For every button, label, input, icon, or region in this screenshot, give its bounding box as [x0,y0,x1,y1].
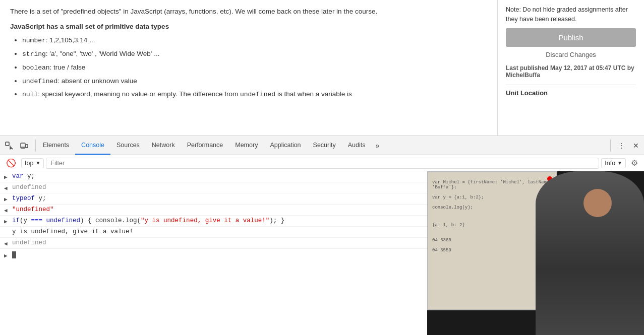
devtools-close-button[interactable]: ✕ [630,140,642,152]
tab-audits[interactable]: Audits [342,136,372,155]
list-item: null: special keyword, meaning no value … [22,89,487,100]
log-level-arrow: ▼ [617,160,622,166]
tab-memory[interactable]: Memory [229,136,264,155]
tab-sources[interactable]: Sources [110,136,146,155]
filter-input[interactable] [46,158,599,169]
list-item: undefined: absent or unknown value [22,76,487,87]
log-level-label: Info [605,160,615,167]
console-output-arrow: ◀ [4,240,12,247]
list-item: number: 1,2,105,3.14 ... [22,35,487,46]
console-row[interactable]: ▶ typeof y; [0,193,427,205]
person-head [583,189,612,217]
console-row[interactable]: ◀ "undefined" [0,205,427,216]
tab-application[interactable]: Application [264,136,307,155]
console-row[interactable]: ◀ undefined [0,182,427,193]
unit-location-label: Unit Location [506,85,636,97]
tab-performance[interactable]: Performance [181,136,229,155]
tab-console[interactable]: Console [75,136,110,155]
console-output-arrow: ◀ [4,207,12,214]
console-input-arrow: ▶ [4,196,12,203]
console-line: y is undefined, give it a value! [12,228,423,235]
console-line: undefined [12,184,423,191]
context-label: top [25,160,33,167]
console-input-row[interactable]: ▶ [0,249,427,261]
sidebar-panel: Note: Do not hide graded assignments aft… [498,0,644,136]
intro-text: There is a set of "predefined objects" i… [10,6,487,17]
console-cursor [12,251,16,258]
main-content-area: There is a set of "predefined objects" i… [0,0,498,136]
console-line: if(y === undefined) { console.log("y is … [12,217,423,224]
console-input-arrow: ▶ [4,218,12,225]
svg-rect-0 [6,142,9,146]
device-toolbar-button[interactable] [17,140,31,152]
console-line: typeof y; [12,195,423,202]
console-line: "undefined" [12,206,423,213]
context-selector[interactable]: top ▼ [21,158,44,168]
devtools-tab-bar: Elements Console Sources Network Perform… [0,136,644,155]
note-text: Note: Do not hide graded assignments aft… [506,5,636,24]
video-content: var Michel = {firstName: 'Michel', lastN… [427,171,644,335]
console-output: ▶ var y; ◀ undefined ▶ typeof y; ◀ "unde… [0,171,427,335]
console-row[interactable]: ▶ var y; [0,171,427,182]
devtools-right-icons: ⋮ ✕ [610,140,642,152]
console-line: undefined [12,239,423,246]
console-line: var y; [12,173,423,180]
publish-button[interactable]: Publish [506,28,636,47]
console-input-arrow: ▶ [4,174,12,180]
console-filter-bar: 🚫 top ▼ Info ▼ ⚙ [0,155,644,171]
tab-security[interactable]: Security [307,136,342,155]
devtools-tabs-list: Elements Console Sources Network Perform… [37,136,610,155]
section-heading: JavaScript has a small set of primitive … [10,21,487,32]
more-tabs-button[interactable]: » [371,136,383,155]
console-row[interactable]: ◀ undefined [0,238,427,249]
svg-rect-2 [26,145,28,148]
tab-elements[interactable]: Elements [37,136,75,155]
video-thumbnail: var Michel = {firstName: 'Michel', lastN… [427,171,644,335]
console-prompt-arrow: ▶ [4,252,12,259]
list-item: string: 'a', "one", 'two' , 'World Wide … [22,48,487,60]
log-level-selector[interactable]: Info ▼ [601,158,626,168]
console-settings-button[interactable]: ⚙ [628,157,641,169]
console-row[interactable]: ▶ if(y === undefined) { console.log("y i… [0,216,427,227]
tab-network[interactable]: Network [146,136,181,155]
list-item: boolean: true / false [22,62,487,74]
last-published-text: Last published May 12, 2017 at 05:47 UTC… [506,64,636,79]
console-content-area: ▶ var y; ◀ undefined ▶ typeof y; ◀ "unde… [0,171,644,335]
clear-console-button[interactable]: 🚫 [3,157,19,169]
inspect-element-button[interactable] [2,140,16,152]
discard-changes-link[interactable]: Discard Changes [506,51,636,58]
console-output-arrow: ◀ [4,185,12,191]
primitive-types-list: number: 1,2,105,3.14 ... string: 'a', "o… [10,35,487,100]
devtools-menu-button[interactable]: ⋮ [615,140,628,152]
context-dropdown-arrow: ▼ [35,160,40,166]
console-row: y is undefined, give it a value! [0,227,427,238]
devtools-icon-group [2,140,36,152]
console-empty-arrow [4,229,12,235]
